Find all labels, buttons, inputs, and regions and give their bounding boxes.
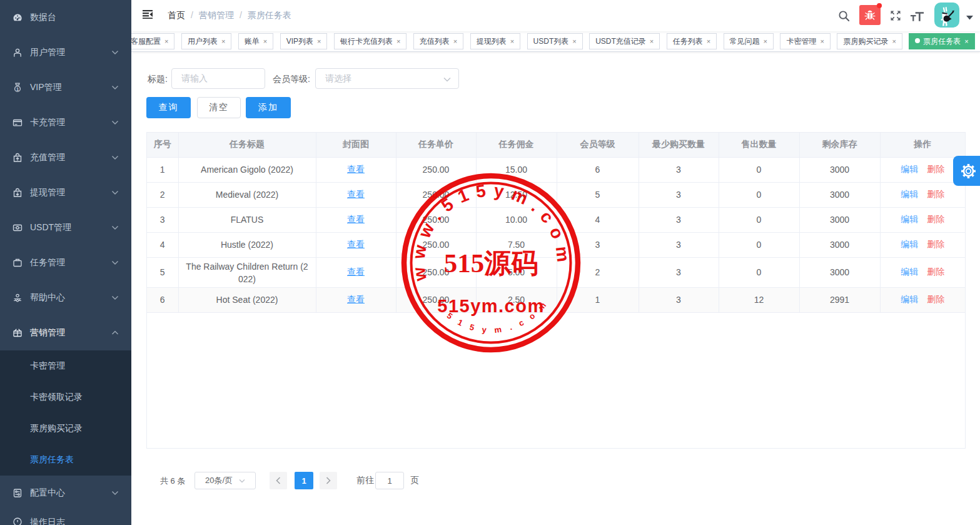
svg-text:1: 1	[16, 86, 19, 92]
